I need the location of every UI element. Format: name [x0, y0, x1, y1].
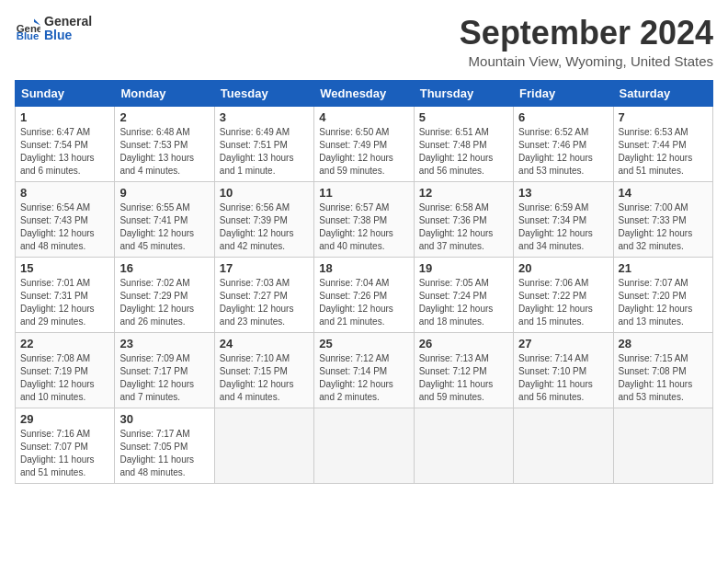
header-cell-monday: Monday [115, 80, 214, 106]
header-cell-wednesday: Wednesday [314, 80, 414, 106]
title-area: September 2024 Mountain View, Wyoming, U… [460, 15, 713, 69]
day-number: 3 [220, 110, 309, 124]
page-header: General Blue General Blue September 2024… [15, 15, 713, 69]
day-number: 20 [518, 261, 608, 275]
calendar-cell: 6Sunrise: 6:52 AMSunset: 7:46 PMDaylight… [514, 106, 613, 181]
day-info: Sunrise: 7:09 AMSunset: 7:17 PMDaylight:… [119, 353, 194, 402]
calendar-week-4: 22Sunrise: 7:08 AMSunset: 7:19 PMDayligh… [16, 332, 713, 408]
calendar-cell: 20Sunrise: 7:06 AMSunset: 7:22 PMDayligh… [514, 257, 613, 332]
day-info: Sunrise: 6:48 AMSunset: 7:53 PMDaylight:… [119, 127, 194, 176]
day-number: 9 [119, 186, 209, 200]
calendar-cell: 2Sunrise: 6:48 AMSunset: 7:53 PMDaylight… [115, 106, 214, 181]
day-number: 30 [119, 412, 209, 426]
day-info: Sunrise: 7:03 AMSunset: 7:27 PMDaylight:… [220, 278, 294, 327]
day-number: 16 [119, 261, 209, 275]
logo-line1: General [44, 15, 92, 29]
day-info: Sunrise: 6:47 AMSunset: 7:54 PMDaylight:… [20, 127, 95, 176]
svg-text:Blue: Blue [17, 31, 40, 42]
day-number: 22 [20, 337, 109, 350]
day-info: Sunrise: 7:01 AMSunset: 7:31 PMDaylight:… [20, 278, 95, 327]
calendar-week-2: 8Sunrise: 6:54 AMSunset: 7:43 PMDaylight… [16, 181, 713, 257]
calendar-subtitle: Mountain View, Wyoming, United States [460, 53, 713, 69]
day-info: Sunrise: 6:52 AMSunset: 7:46 PMDaylight:… [518, 127, 593, 176]
day-info: Sunrise: 6:59 AMSunset: 7:34 PMDaylight:… [518, 202, 593, 251]
day-info: Sunrise: 7:02 AMSunset: 7:29 PMDaylight:… [119, 278, 194, 327]
calendar-cell: 21Sunrise: 7:07 AMSunset: 7:20 PMDayligh… [613, 257, 712, 332]
day-number: 6 [518, 110, 608, 124]
day-number: 13 [518, 186, 608, 200]
calendar-cell: 7Sunrise: 6:53 AMSunset: 7:44 PMDaylight… [613, 106, 712, 181]
day-number: 19 [419, 261, 508, 275]
calendar-cell: 23Sunrise: 7:09 AMSunset: 7:17 PMDayligh… [115, 332, 214, 408]
day-info: Sunrise: 6:51 AMSunset: 7:48 PMDaylight:… [419, 127, 494, 176]
day-number: 12 [419, 186, 508, 200]
calendar-body: 1Sunrise: 6:47 AMSunset: 7:54 PMDaylight… [16, 106, 713, 483]
logo-line2: Blue [44, 29, 92, 42]
calendar-cell [414, 408, 513, 483]
day-number: 17 [220, 261, 309, 275]
day-number: 21 [619, 261, 708, 275]
calendar-cell: 30Sunrise: 7:17 AMSunset: 7:05 PMDayligh… [115, 408, 214, 483]
calendar-cell [214, 408, 313, 483]
day-number: 23 [119, 337, 209, 350]
calendar-table: SundayMondayTuesdayWednesdayThursdayFrid… [15, 80, 713, 484]
calendar-cell [514, 408, 613, 483]
calendar-week-5: 29Sunrise: 7:16 AMSunset: 7:07 PMDayligh… [16, 408, 713, 483]
calendar-cell: 29Sunrise: 7:16 AMSunset: 7:07 PMDayligh… [16, 408, 115, 483]
day-info: Sunrise: 6:54 AMSunset: 7:43 PMDaylight:… [20, 202, 95, 251]
day-info: Sunrise: 6:53 AMSunset: 7:44 PMDaylight:… [619, 127, 693, 176]
day-info: Sunrise: 7:04 AMSunset: 7:26 PMDaylight:… [319, 278, 393, 327]
calendar-cell: 16Sunrise: 7:02 AMSunset: 7:29 PMDayligh… [115, 257, 214, 332]
day-info: Sunrise: 7:10 AMSunset: 7:15 PMDaylight:… [220, 353, 294, 402]
logo-icon: General Blue [15, 16, 40, 41]
day-info: Sunrise: 7:00 AMSunset: 7:33 PMDaylight:… [619, 202, 693, 251]
calendar-cell: 13Sunrise: 6:59 AMSunset: 7:34 PMDayligh… [514, 181, 613, 257]
calendar-cell: 10Sunrise: 6:56 AMSunset: 7:39 PMDayligh… [214, 181, 313, 257]
header-cell-saturday: Saturday [613, 80, 712, 106]
day-info: Sunrise: 6:56 AMSunset: 7:39 PMDaylight:… [220, 202, 294, 251]
day-info: Sunrise: 7:06 AMSunset: 7:22 PMDaylight:… [518, 278, 593, 327]
day-number: 18 [319, 261, 408, 275]
day-number: 28 [619, 337, 708, 350]
header-cell-sunday: Sunday [16, 80, 115, 106]
day-number: 24 [220, 337, 309, 350]
day-info: Sunrise: 7:07 AMSunset: 7:20 PMDaylight:… [619, 278, 693, 327]
calendar-header-row: SundayMondayTuesdayWednesdayThursdayFrid… [16, 80, 713, 106]
day-number: 7 [619, 110, 708, 124]
calendar-cell: 27Sunrise: 7:14 AMSunset: 7:10 PMDayligh… [514, 332, 613, 408]
calendar-cell: 3Sunrise: 6:49 AMSunset: 7:51 PMDaylight… [214, 106, 313, 181]
day-number: 25 [319, 337, 408, 350]
day-info: Sunrise: 7:12 AMSunset: 7:14 PMDaylight:… [319, 353, 393, 402]
calendar-week-1: 1Sunrise: 6:47 AMSunset: 7:54 PMDaylight… [16, 106, 713, 181]
calendar-cell: 14Sunrise: 7:00 AMSunset: 7:33 PMDayligh… [613, 181, 712, 257]
calendar-cell: 25Sunrise: 7:12 AMSunset: 7:14 PMDayligh… [314, 332, 414, 408]
calendar-cell: 12Sunrise: 6:58 AMSunset: 7:36 PMDayligh… [414, 181, 513, 257]
calendar-cell: 11Sunrise: 6:57 AMSunset: 7:38 PMDayligh… [314, 181, 414, 257]
calendar-cell: 1Sunrise: 6:47 AMSunset: 7:54 PMDaylight… [16, 106, 115, 181]
day-info: Sunrise: 6:55 AMSunset: 7:41 PMDaylight:… [119, 202, 194, 251]
calendar-cell [314, 408, 414, 483]
calendar-cell: 9Sunrise: 6:55 AMSunset: 7:41 PMDaylight… [115, 181, 214, 257]
header-cell-thursday: Thursday [414, 80, 513, 106]
calendar-cell: 4Sunrise: 6:50 AMSunset: 7:49 PMDaylight… [314, 106, 414, 181]
calendar-week-3: 15Sunrise: 7:01 AMSunset: 7:31 PMDayligh… [16, 257, 713, 332]
header-cell-tuesday: Tuesday [214, 80, 313, 106]
calendar-cell: 15Sunrise: 7:01 AMSunset: 7:31 PMDayligh… [16, 257, 115, 332]
day-number: 29 [20, 412, 109, 426]
calendar-cell: 28Sunrise: 7:15 AMSunset: 7:08 PMDayligh… [613, 332, 712, 408]
day-info: Sunrise: 7:16 AMSunset: 7:07 PMDaylight:… [20, 429, 95, 477]
day-number: 2 [119, 110, 209, 124]
calendar-cell: 24Sunrise: 7:10 AMSunset: 7:15 PMDayligh… [214, 332, 313, 408]
calendar-cell: 19Sunrise: 7:05 AMSunset: 7:24 PMDayligh… [414, 257, 513, 332]
calendar-cell: 5Sunrise: 6:51 AMSunset: 7:48 PMDaylight… [414, 106, 513, 181]
day-number: 8 [20, 186, 109, 200]
logo: General Blue General Blue [15, 15, 92, 43]
day-info: Sunrise: 7:13 AMSunset: 7:12 PMDaylight:… [419, 353, 494, 402]
day-info: Sunrise: 6:50 AMSunset: 7:49 PMDaylight:… [319, 127, 393, 176]
calendar-cell: 17Sunrise: 7:03 AMSunset: 7:27 PMDayligh… [214, 257, 313, 332]
day-number: 27 [518, 337, 608, 350]
day-number: 1 [20, 110, 109, 124]
day-info: Sunrise: 6:49 AMSunset: 7:51 PMDaylight:… [220, 127, 294, 176]
day-info: Sunrise: 7:08 AMSunset: 7:19 PMDaylight:… [20, 353, 95, 402]
calendar-cell [613, 408, 712, 483]
